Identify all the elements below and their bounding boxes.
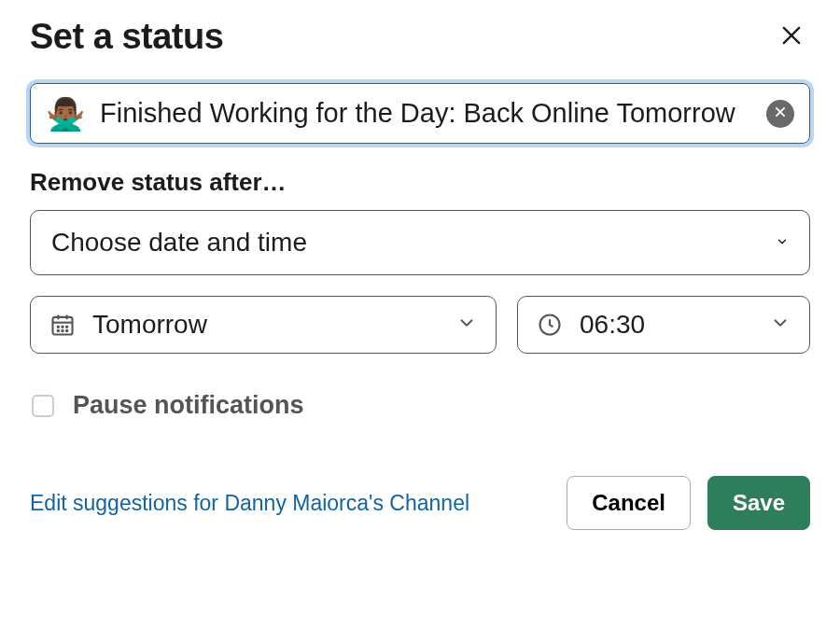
chevron-down-icon [776, 235, 789, 251]
date-select-value: Tomorrow [92, 310, 456, 340]
clear-status-button[interactable] [766, 100, 794, 128]
svg-point-12 [62, 330, 63, 331]
set-status-dialog: Set a status 🙅🏾‍♂️ Remove status after… … [0, 0, 840, 628]
edit-suggestions-link[interactable]: Edit suggestions for Danny Maiorca's Cha… [30, 491, 469, 516]
chevron-down-icon [770, 310, 791, 340]
remove-after-label: Remove status after… [30, 168, 810, 197]
svg-point-13 [66, 330, 67, 331]
close-button[interactable] [773, 17, 810, 57]
time-select[interactable]: 06:30 [517, 296, 810, 354]
date-time-row: Tomorrow 06:30 [30, 296, 810, 354]
svg-point-8 [58, 327, 59, 328]
remove-mode-select[interactable]: Choose date and time [30, 210, 810, 275]
pause-notifications-row: Pause notifications [32, 391, 810, 420]
cancel-button[interactable]: Cancel [567, 476, 691, 530]
footer-buttons: Cancel Save [567, 476, 810, 530]
pause-notifications-checkbox[interactable] [32, 395, 54, 417]
chevron-down-icon [456, 310, 477, 340]
close-icon [778, 37, 805, 51]
clear-icon [774, 105, 787, 121]
svg-point-10 [66, 327, 67, 328]
clock-icon [537, 312, 563, 338]
status-text-input[interactable] [98, 97, 757, 130]
calendar-icon [49, 312, 76, 338]
dialog-footer: Edit suggestions for Danny Maiorca's Cha… [30, 476, 810, 530]
save-button[interactable]: Save [707, 476, 810, 530]
date-select[interactable]: Tomorrow [30, 296, 497, 354]
dialog-header: Set a status [30, 17, 810, 57]
status-emoji-button[interactable]: 🙅🏾‍♂️ [46, 98, 85, 130]
svg-point-9 [62, 327, 63, 328]
status-input-row: 🙅🏾‍♂️ [30, 83, 810, 144]
dialog-title: Set a status [30, 17, 223, 57]
time-select-value: 06:30 [580, 310, 770, 340]
pause-notifications-label: Pause notifications [73, 391, 304, 420]
remove-mode-value: Choose date and time [51, 228, 307, 258]
svg-point-11 [58, 330, 59, 331]
